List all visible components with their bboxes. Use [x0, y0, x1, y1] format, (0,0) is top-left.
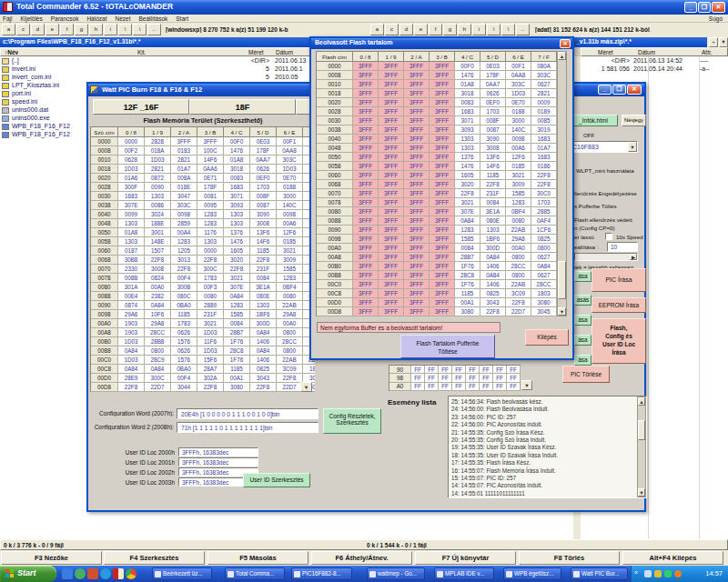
drive-a-button[interactable]: a: [2, 24, 15, 35]
speed-checkbox[interactable]: [605, 233, 612, 240]
readback-cell[interactable]: 1605: [455, 171, 480, 180]
chrome-icon[interactable]: [126, 568, 136, 579]
readback-cell[interactable]: 3FFF: [353, 244, 379, 253]
flash-cell[interactable]: 22F8: [145, 256, 171, 265]
fkey-button-5[interactable]: F5 Másolás: [207, 551, 308, 565]
flash-cell[interactable]: 1185: [224, 365, 250, 374]
config-word2-field[interactable]: 71h [1 1 1 1 1 0 1 1 1 1 1 1 1 1]bin: [177, 422, 318, 433]
flash-cell[interactable]: 22F8: [197, 383, 224, 392]
flash-cell[interactable]: 28B7: [224, 328, 250, 337]
readback-cell[interactable]: 1376: [455, 153, 480, 162]
flash-cell[interactable]: 00A6: [277, 219, 303, 228]
pic-minimize-button[interactable]: _: [598, 85, 612, 95]
readback-cell[interactable]: 28CC: [531, 280, 557, 289]
flash-cell[interactable]: 2859: [171, 219, 197, 228]
readback-cell[interactable]: 3FFF: [353, 280, 379, 289]
flash-cell[interactable]: 300C: [145, 374, 171, 383]
readback-cell[interactable]: 0A84: [480, 271, 506, 280]
readback-cell[interactable]: 0087: [480, 125, 506, 135]
readback-cell[interactable]: 3FFF: [430, 280, 455, 289]
tab-18f[interactable]: 18F: [189, 99, 296, 115]
file-row[interactable]: 1 581 0562011.05.14 20:44-a--: [581, 65, 728, 74]
readback-cell[interactable]: 3020: [455, 180, 480, 189]
readback-cell[interactable]: 22F8: [480, 180, 506, 189]
readback-cell[interactable]: 3FFF: [430, 98, 455, 107]
flash-cell[interactable]: 0824: [145, 274, 171, 283]
tab-12f-16f[interactable]: 12F _16F: [93, 99, 189, 115]
flash-cell[interactable]: 22F8: [224, 265, 250, 274]
flash-cell[interactable]: 3021: [197, 319, 224, 328]
flash-cell[interactable]: 0AA7: [250, 156, 277, 165]
flash-cell[interactable]: 0BF4: [277, 283, 303, 292]
readback-cell[interactable]: 3FFF: [379, 235, 404, 244]
readback-cell[interactable]: 28C8: [455, 271, 480, 280]
readback-scroll-down[interactable]: ▼: [558, 307, 566, 316]
readback-cell[interactable]: 3FFF: [430, 216, 455, 226]
flash-cell[interactable]: 018A: [145, 146, 171, 156]
drive-h-button[interactable]: h: [458, 24, 471, 35]
flash-cell[interactable]: 008F: [250, 192, 277, 201]
drive-i-button[interactable]: i: [472, 24, 486, 35]
drive-\-button[interactable]: \: [133, 24, 147, 35]
readback-cell[interactable]: 1185: [480, 171, 506, 180]
readback-cell[interactable]: 0E03: [480, 62, 506, 71]
readback-cell[interactable]: 1303: [455, 135, 480, 144]
infok-html-button[interactable]: _Infók.html: [569, 115, 618, 126]
readback-cell[interactable]: 3FFF: [404, 289, 430, 298]
flash-cell[interactable]: 0800: [145, 346, 171, 356]
flash-cell[interactable]: 22F8: [118, 383, 145, 392]
flash-cell[interactable]: 1803: [303, 365, 315, 374]
flash-cell[interactable]: 10F6: [145, 310, 171, 319]
flash-cell[interactable]: 1476: [224, 237, 250, 246]
flash-cell[interactable]: 307E: [224, 283, 250, 292]
flash-cell[interactable]: 3021: [277, 246, 303, 256]
pic-maximize-button[interactable]: ❐: [612, 85, 626, 95]
flash-cell[interactable]: 30B8: [118, 256, 145, 265]
readback-cell[interactable]: 1476: [455, 71, 480, 80]
flash-cell[interactable]: 302A: [197, 374, 224, 383]
readback-scroll-up[interactable]: ▲: [558, 52, 566, 60]
flash-cell[interactable]: 0626: [250, 165, 277, 174]
readback-cell[interactable]: 3FFF: [379, 62, 404, 71]
eeprom-cell[interactable]: FF: [452, 383, 466, 391]
readback-cell[interactable]: 1703: [531, 198, 557, 207]
readback-cell[interactable]: 3FFF: [353, 89, 379, 98]
readback-cell[interactable]: 3FFF: [404, 98, 430, 107]
partial-button[interactable]: ása: [574, 355, 592, 366]
flash-cell[interactable]: 1283: [224, 301, 250, 310]
flash-cell[interactable]: 080C: [171, 292, 197, 301]
readback-cell[interactable]: 3FFF: [353, 235, 379, 244]
speed-slider[interactable]: ▶: [574, 253, 638, 261]
file-row[interactable]: <DIR>2011.06.13 14:52----: [581, 57, 728, 65]
flash-cell[interactable]: 0A84: [118, 346, 145, 356]
readback-cell[interactable]: 3FFF: [379, 262, 404, 271]
fkey-button-9[interactable]: Alt+F4 Kilépés: [622, 551, 723, 565]
readback-cell[interactable]: 3FFF: [430, 271, 455, 280]
flash-cell[interactable]: 0874: [118, 301, 145, 310]
flash-cell[interactable]: 0872: [145, 174, 171, 183]
flash-cell[interactable]: 29A8: [145, 319, 171, 328]
readback-cell[interactable]: 3FFF: [430, 107, 455, 116]
readback-cell[interactable]: 3FFF: [379, 189, 404, 198]
readback-cell[interactable]: 3FFF: [379, 198, 404, 207]
flash-cell[interactable]: 3C09: [277, 365, 303, 374]
readback-cell[interactable]: 3FFF: [404, 107, 430, 116]
flash-cell[interactable]: 3FFF: [171, 137, 197, 146]
readback-cell[interactable]: 3FFF: [404, 144, 430, 153]
flash-cell[interactable]: 1F76: [224, 356, 250, 365]
partial-button[interactable]: ása: [574, 271, 592, 282]
readback-cell[interactable]: 3018: [455, 89, 480, 98]
flash-cell[interactable]: 1176: [197, 228, 224, 237]
eeprom-cell[interactable]: FF: [411, 374, 425, 382]
readback-cell[interactable]: 3FFF: [430, 262, 455, 271]
flash-cell[interactable]: 0825: [250, 365, 277, 374]
flash-cell[interactable]: 3008: [145, 265, 171, 274]
readback-cell[interactable]: 3FFF: [353, 144, 379, 153]
flash-cell[interactable]: 148E: [145, 237, 171, 246]
readback-cell[interactable]: 3FFF: [430, 144, 455, 153]
readback-cell[interactable]: 303C: [506, 80, 531, 89]
readback-cell[interactable]: 1683: [531, 153, 557, 162]
flash-cell[interactable]: 1605: [224, 246, 250, 256]
eeprom-cell[interactable]: FF: [466, 383, 480, 391]
eeprom-cell[interactable]: FF: [480, 383, 493, 391]
